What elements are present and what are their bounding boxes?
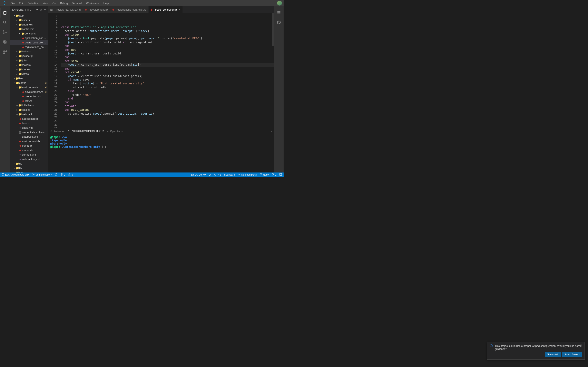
status-warning[interactable]: 0 — [68, 173, 73, 176]
folder-javascript[interactable]: 📁javascript — [10, 54, 48, 58]
status-utf-8[interactable]: UTF-8 — [214, 173, 221, 176]
folder-app[interactable]: 📁app — [10, 13, 48, 18]
panel-tab-open-ports[interactable]: ⎋Open Ports — [107, 130, 122, 133]
folder-assets[interactable]: 📁assets — [10, 18, 48, 22]
folder-config[interactable]: 📁configM — [10, 81, 48, 85]
chevron-icon[interactable] — [16, 86, 18, 89]
status-gitpod[interactable]: EdCrux/Members-only — [2, 173, 29, 176]
menu-selection[interactable]: Selection — [26, 1, 40, 6]
file-routes.rb[interactable]: ◆routes.rb — [10, 148, 48, 152]
folder-models[interactable]: 📁models — [10, 67, 48, 72]
debug-icon[interactable] — [0, 37, 10, 47]
file-database.yml[interactable]: ≡database.yml — [10, 134, 48, 139]
search-icon[interactable] — [0, 17, 10, 27]
status-layout[interactable] — [279, 173, 282, 176]
chevron-icon[interactable] — [16, 104, 18, 106]
file-credentials.yml.enc[interactable]: ▤credentials.yml.enc — [10, 130, 48, 134]
folder-views[interactable]: 📁views — [10, 72, 48, 76]
github-icon[interactable] — [274, 17, 284, 27]
status-ln-14-col-49[interactable]: Ln 14, Col 49 — [191, 173, 206, 176]
close-icon[interactable]: × — [179, 8, 181, 11]
chevron-icon[interactable] — [16, 59, 18, 62]
chevron-icon[interactable] — [16, 109, 18, 111]
maximize-panel-icon[interactable]: ▭ — [269, 130, 272, 133]
list-icon[interactable] — [274, 8, 284, 17]
status-spaces-4[interactable]: Spaces: 4 — [224, 173, 235, 176]
files-icon[interactable] — [0, 8, 10, 17]
menu-file[interactable]: File — [9, 1, 17, 6]
file-registrations_controll…[interactable]: ◆registrations_controll… — [10, 45, 48, 49]
status-sync[interactable] — [55, 173, 58, 176]
status-branch[interactable]: authentication* — [32, 173, 52, 176]
folder-log[interactable]: 📁log — [10, 170, 48, 173]
file-test.rb[interactable]: ◆test.rb — [10, 99, 48, 103]
refresh-icon[interactable]: ⟳ — [36, 8, 38, 11]
menu-debug[interactable]: Debug — [58, 1, 69, 6]
collapse-all-icon[interactable]: ⊟ — [40, 8, 42, 11]
chevron-icon[interactable] — [16, 28, 18, 30]
editor-tab[interactable]: ◆posts_controller.rb× — [149, 6, 183, 13]
file-cable.yml[interactable]: ≡cable.yml — [10, 125, 48, 130]
status-feedback[interactable]: Ruby — [259, 173, 269, 176]
folder-bin[interactable]: 📁bin — [10, 76, 48, 81]
panel-tab--workspace-members-only[interactable]: >_/workspace/Members-only× — [68, 129, 104, 133]
chevron-icon[interactable] — [16, 68, 18, 71]
editor-tab[interactable]: ◆registrations_controller.rb — [110, 6, 149, 13]
menu-view[interactable]: View — [41, 1, 50, 6]
menu-edit[interactable]: Edit — [17, 1, 25, 6]
file-webpacker.yml[interactable]: ≡webpacker.yml — [10, 157, 48, 161]
folder-controllers[interactable]: 📁controllers — [10, 27, 48, 31]
folder-helpers[interactable]: 📁helpers — [10, 49, 48, 54]
chevron-icon[interactable] — [16, 55, 18, 57]
status-bell[interactable]: 1 — [272, 173, 277, 176]
minimap-scrollbar[interactable] — [272, 13, 274, 46]
menu-go[interactable]: Go — [51, 1, 58, 6]
file-application.rb[interactable]: ◆application.rb — [10, 117, 48, 121]
folder-webpack[interactable]: 📁webpack — [10, 112, 48, 117]
close-icon[interactable]: × — [102, 129, 104, 132]
chevron-icon[interactable] — [16, 73, 18, 75]
file-puma.rb[interactable]: ◆puma.rb — [10, 143, 48, 148]
user-avatar[interactable] — [277, 1, 282, 6]
chevron-icon[interactable] — [13, 167, 16, 169]
folder-lib[interactable]: 📁lib — [10, 166, 48, 170]
chevron-icon[interactable] — [13, 162, 16, 165]
chevron-icon[interactable] — [13, 77, 16, 80]
folder-concerns[interactable]: 📁concerns — [10, 31, 48, 36]
chevron-icon[interactable] — [13, 15, 16, 17]
folder-channels[interactable]: 📁channels — [10, 22, 48, 27]
file-boot.rb[interactable]: ◆boot.rb — [10, 121, 48, 125]
menu-help[interactable]: Help — [102, 1, 111, 6]
chevron-icon[interactable] — [16, 24, 18, 26]
terminal[interactable]: gitpod /workspace/Members-onlygitpod /wo… — [48, 134, 274, 173]
chevron-icon[interactable] — [16, 19, 18, 21]
chevron-icon[interactable] — [18, 33, 21, 35]
chevron-icon[interactable] — [16, 64, 18, 66]
status-lf[interactable]: LF — [209, 173, 212, 176]
editor-tab[interactable]: ▦Preview README.md — [48, 6, 83, 13]
code-area[interactable]: class PostsController < ApplicationContr… — [61, 13, 274, 128]
chevron-icon[interactable] — [16, 50, 18, 53]
file-production.rb[interactable]: ◆production.rb — [10, 94, 48, 99]
folder-jobs[interactable]: 📁jobs — [10, 58, 48, 63]
folder-mailers[interactable]: 📁mailers — [10, 63, 48, 67]
folder-initializers[interactable]: 📁initializers — [10, 103, 48, 108]
status-broadcast[interactable]: No open ports — [238, 173, 257, 176]
source-control-icon[interactable] — [0, 27, 10, 37]
file-environment.rb[interactable]: ◆environment.rb — [10, 139, 48, 143]
panel-tab-problems[interactable]: ⚠Problems — [50, 130, 64, 133]
file-application_controlle…[interactable]: ◆application_controlle… — [10, 36, 48, 40]
folder-db[interactable]: 📁db — [10, 161, 48, 166]
menu-workspace[interactable]: Workspace — [85, 1, 101, 6]
editor-tab[interactable]: ◆development.rb — [83, 6, 110, 13]
folder-environments[interactable]: 📁environmentsM — [10, 85, 48, 90]
file-posts_controller.rb[interactable]: ◆posts_controller.rb — [10, 40, 48, 45]
chevron-icon[interactable] — [16, 113, 18, 115]
editor[interactable]: 1234567891011121314151617181920212223242… — [48, 13, 274, 128]
more-icon[interactable]: ⋯ — [43, 8, 46, 11]
file-development.rb[interactable]: ◆development.rbM — [10, 90, 48, 94]
file-storage.yml[interactable]: ≡storage.yml — [10, 152, 48, 157]
status-error[interactable]: 0 — [61, 173, 65, 176]
extensions-icon[interactable] — [0, 47, 10, 57]
menu-terminal[interactable]: Terminal — [70, 1, 84, 6]
